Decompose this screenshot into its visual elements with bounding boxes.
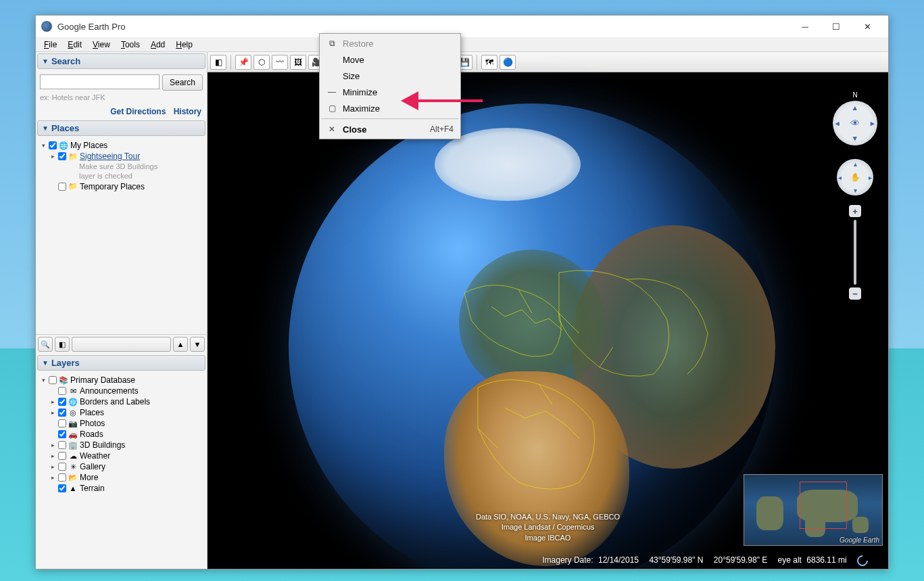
- chevron-left-icon[interactable]: ◂: [838, 174, 842, 181]
- earth-gallery-button[interactable]: 🔵: [500, 55, 516, 70]
- tree-label[interactable]: Sightseeing Tour: [80, 152, 140, 161]
- layer-item[interactable]: ▸📷Photos: [40, 418, 203, 429]
- expander-icon[interactable]: ▸: [49, 398, 56, 405]
- checkbox[interactable]: [58, 430, 66, 438]
- loading-ring-icon: [855, 553, 871, 569]
- menu-tools[interactable]: Tools: [116, 39, 145, 51]
- maximize-button[interactable]: ☐: [821, 16, 852, 37]
- places-sightseeing[interactable]: ▸ 📁 Sightseeing Tour: [40, 151, 203, 162]
- viewport: ◧ 📌 ⬡ 〰 🖼 🎥 🕓 ☀ 🪐 📏 ✉ 🖨 💾 🗺 🔵: [208, 52, 888, 569]
- layer-item[interactable]: ▸✳Gallery: [40, 461, 203, 472]
- layer-item[interactable]: ▸🚗Roads: [40, 429, 203, 440]
- view-maps-button[interactable]: 🗺: [481, 55, 497, 70]
- tree-label: Primary Database: [70, 375, 135, 385]
- chevron-up-icon[interactable]: ▴: [854, 160, 857, 168]
- chevron-left-icon[interactable]: ◂: [835, 119, 840, 128]
- search-button[interactable]: Search: [162, 74, 203, 91]
- minimize-button[interactable]: ─: [789, 16, 821, 37]
- checkbox[interactable]: [58, 419, 66, 427]
- checkbox-mixed[interactable]: [49, 376, 57, 384]
- zoom-in-button[interactable]: +: [849, 205, 861, 217]
- add-polygon-button[interactable]: ⬡: [253, 55, 270, 70]
- minimap-viewbox[interactable]: [800, 482, 847, 529]
- menu-add[interactable]: Add: [145, 39, 170, 51]
- layer-item[interactable]: ▸🏢3D Buildings: [40, 440, 203, 450]
- checkbox[interactable]: [58, 152, 66, 160]
- layers-pane-header[interactable]: ▼Layers: [37, 355, 205, 371]
- imagery-date-value: 12/14/2015: [598, 555, 639, 565]
- places-slider[interactable]: [72, 337, 171, 352]
- look-joystick[interactable]: N 👁 ▴ ▾ ◂ ▸: [833, 101, 877, 145]
- menu-file[interactable]: File: [39, 39, 62, 51]
- add-image-overlay-button[interactable]: 🖼: [290, 55, 306, 70]
- menu-view[interactable]: View: [87, 39, 116, 51]
- checkbox[interactable]: [58, 387, 66, 395]
- add-path-button[interactable]: 〰: [272, 55, 288, 70]
- search-body: Search ex: Hotels near JFK: [36, 70, 207, 103]
- chevron-down-icon[interactable]: ▾: [853, 134, 857, 143]
- chevron-right-icon[interactable]: ▸: [871, 119, 875, 128]
- places-pane-header[interactable]: ▼Places: [37, 120, 205, 136]
- layer-item[interactable]: ▸✉Announcements: [40, 386, 203, 396]
- layer-item[interactable]: ▸🌐Borders and Labels: [40, 396, 203, 407]
- layer-primary-database[interactable]: ▾ 📚 Primary Database: [40, 375, 203, 386]
- zoom-track[interactable]: [854, 220, 856, 285]
- search-places-button[interactable]: 🔍: [38, 337, 53, 352]
- layer-item[interactable]: ▸☁Weather: [40, 450, 203, 461]
- search-pane-header[interactable]: ▼Search: [37, 53, 205, 69]
- places-my-places[interactable]: ▾ 🌐 My Places: [40, 140, 203, 151]
- menu-edit[interactable]: Edit: [62, 39, 87, 51]
- close-button[interactable]: ✕: [852, 16, 883, 37]
- checkbox[interactable]: [58, 441, 66, 449]
- checkbox[interactable]: [58, 409, 66, 417]
- chevron-down-icon[interactable]: ▾: [854, 187, 857, 194]
- layer-item[interactable]: ▸◎Places: [40, 407, 203, 418]
- expander-icon[interactable]: ▸: [49, 153, 56, 160]
- menu-help[interactable]: Help: [170, 39, 198, 51]
- window-controls: ─ ☐ ✕: [789, 16, 883, 37]
- checkbox[interactable]: [49, 141, 57, 149]
- globe-icon: 🌐: [59, 141, 68, 150]
- checkbox[interactable]: [58, 484, 66, 492]
- move-joystick[interactable]: ✋ ▴ ▾ ◂ ▸: [837, 159, 873, 195]
- tree-label: Weather: [80, 451, 110, 461]
- layer-icon: ▲: [68, 484, 78, 493]
- move-up-button[interactable]: ▲: [173, 337, 188, 352]
- checkbox[interactable]: [58, 473, 66, 482]
- checkbox[interactable]: [58, 452, 66, 460]
- expander-icon[interactable]: ▸: [49, 442, 56, 448]
- expander-icon[interactable]: ▸: [49, 409, 56, 416]
- places-temporary[interactable]: ▸ 📁 Temporary Places: [40, 181, 203, 192]
- overview-map[interactable]: Google Earth: [744, 474, 883, 546]
- layer-item[interactable]: ▸📂More: [40, 472, 203, 483]
- app-title: Google Earth Pro: [57, 22, 125, 32]
- search-input[interactable]: [40, 74, 160, 89]
- tree-note: layer is checked: [40, 171, 203, 181]
- chevron-right-icon[interactable]: ▸: [869, 174, 872, 181]
- panel-toggle-button[interactable]: ◧: [55, 337, 70, 352]
- expander-icon[interactable]: ▸: [49, 463, 56, 470]
- menu-move[interactable]: Move: [320, 51, 460, 68]
- menu-size[interactable]: Size: [320, 68, 460, 84]
- checkbox[interactable]: [58, 398, 66, 406]
- move-down-button[interactable]: ▼: [190, 337, 205, 352]
- zoom-out-button[interactable]: −: [849, 287, 861, 300]
- checkbox[interactable]: [58, 463, 66, 471]
- globe[interactable]: [289, 103, 775, 569]
- history-link[interactable]: History: [174, 107, 201, 116]
- chevron-up-icon[interactable]: ▴: [853, 103, 857, 112]
- expander-icon[interactable]: ▸: [49, 452, 56, 459]
- add-placemark-button[interactable]: 📌: [235, 55, 251, 70]
- close-icon: ✕: [325, 124, 339, 134]
- layer-item[interactable]: ▸▲Terrain: [40, 483, 203, 494]
- zoom-slider[interactable]: + −: [849, 205, 861, 300]
- checkbox[interactable]: [58, 183, 66, 191]
- get-directions-link[interactable]: Get Directions: [110, 107, 166, 116]
- hide-sidebar-button[interactable]: ◧: [210, 55, 226, 70]
- tree-label: Borders and Labels: [80, 397, 150, 406]
- expander-icon[interactable]: ▾: [40, 142, 47, 149]
- annotation-arrow: [398, 87, 486, 124]
- expander-icon[interactable]: ▸: [49, 474, 56, 481]
- globe-view[interactable]: Data SIO, NOAA, U.S. Navy, NGA, GEBCO Im…: [208, 72, 888, 569]
- expander-icon[interactable]: ▾: [40, 377, 47, 384]
